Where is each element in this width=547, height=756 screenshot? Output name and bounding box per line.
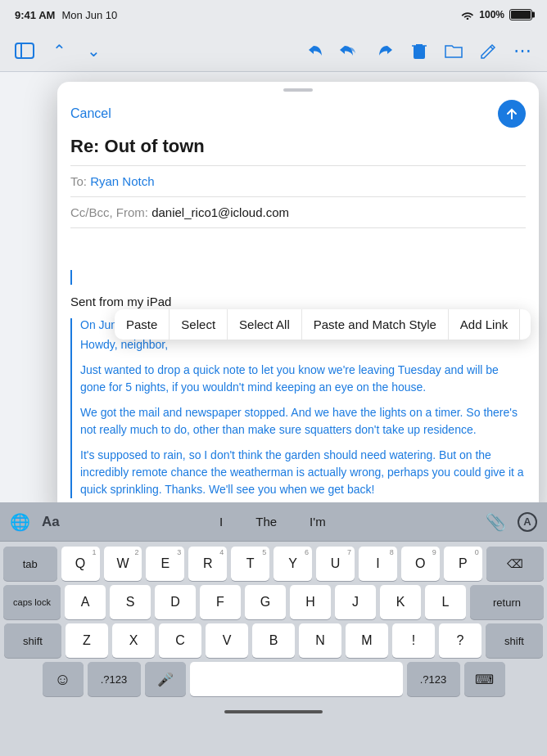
compose-icon[interactable] [475,38,501,64]
mic-key[interactable]: 🎤 [145,662,186,696]
key-r[interactable]: R4 [188,547,227,581]
key-c[interactable]: C [159,623,201,658]
autocorrect-icon[interactable]: A [518,512,537,532]
reply-icon[interactable] [303,38,329,64]
key-q[interactable]: Q1 [61,547,100,581]
cc-bcc-value[interactable]: daniel_rico1@icloud.com [151,205,289,219]
delete-key[interactable]: ⌫ [486,547,544,581]
status-time: 9:41 AM [15,9,55,21]
key-row-4: ☺ .?123 🎤 .?123 ⌨ [3,662,544,696]
modal-header: Cancel [57,97,539,134]
status-bar: 9:41 AM Mon Jun 10 100% [0,0,547,29]
paste-match-button[interactable]: Paste and Match Style [302,309,449,340]
key-row-3: shift Z X C V B N M ! ? shift [3,623,544,658]
more-icon[interactable]: ⋯ [509,38,536,64]
to-label: To: [70,174,90,188]
word-suggest-3[interactable]: I'm [310,515,326,529]
key-d[interactable]: D [155,585,196,619]
compose-body[interactable]: Sent from my iPad On Jun 5, 2024, at 11:… [57,228,539,520]
key-b[interactable]: B [252,623,295,658]
key-row-2: caps lock A S D F G H J K L return [3,585,544,619]
key-e[interactable]: E3 [146,547,184,581]
key-v[interactable]: V [206,623,248,658]
sidebar-toggle-icon[interactable] [11,38,38,64]
add-link-button[interactable]: Add Link [449,309,520,340]
key-n[interactable]: N [299,623,341,658]
keyboard-area: 🌐 Aa I The I'm 📎 A tab Q1 W2 E3 R4 T5 Y6… [0,502,547,756]
toolbar: ⌃ ⌄ ⋯ [0,29,547,72]
battery-label: 100% [479,9,504,20]
emoji-key[interactable]: ☺ [43,662,84,696]
quoted-p4: It's supposed to rain, so I don't think … [80,447,526,498]
body-cursor-line [70,269,526,285]
home-indicator [224,710,323,713]
autofill-button[interactable]: AutoFill [520,309,531,340]
key-j[interactable]: J [335,585,376,619]
key-g[interactable]: G [245,585,286,619]
key-u[interactable]: U7 [316,547,355,581]
key-o[interactable]: O9 [401,547,440,581]
key-m[interactable]: M [346,623,388,658]
status-icons: 100% [461,9,532,20]
quoted-block: On Jun 5, 2024, at 11:15 AM, Ryan Notch … [70,318,526,498]
trash-icon[interactable] [406,38,432,64]
keyboard-keys: tab Q1 W2 E3 R4 T5 Y6 U7 I8 O9 P0 ⌫ caps… [0,542,547,704]
quoted-p3: We got the mail and newspaper stopped. A… [80,404,526,439]
modal-handle [283,88,313,92]
space-key[interactable] [190,662,403,696]
word-suggest-2[interactable]: The [255,515,277,529]
key-l[interactable]: L [425,585,466,619]
num-key-right[interactable]: .?123 [407,662,460,696]
folder-icon[interactable] [441,38,467,64]
key-z[interactable]: Z [66,623,108,658]
to-value[interactable]: Ryan Notch [90,174,154,188]
key-w[interactable]: W2 [104,547,142,581]
select-button[interactable]: Select [170,309,228,340]
cc-bcc-label: Cc/Bcc, From: [70,205,151,219]
reply-all-icon[interactable] [337,38,364,64]
forward-icon[interactable] [372,38,398,64]
key-exclaim[interactable]: ! [392,623,435,658]
compose-modal: Cancel Re: Out of town To: Ryan Notch Cc… [57,82,539,520]
key-x[interactable]: X [112,623,155,658]
keyboard-toolbar: 🌐 Aa I The I'm 📎 A [0,502,547,542]
word-suggest-1[interactable]: I [219,515,223,529]
cancel-button[interactable]: Cancel [70,106,111,121]
font-size-icon[interactable]: Aa [42,514,60,530]
prev-icon[interactable]: ⌃ [46,38,72,64]
globe-icon[interactable]: 🌐 [10,512,30,532]
key-k[interactable]: K [380,585,421,619]
key-i[interactable]: I8 [359,547,397,581]
cc-bcc-field-row: Cc/Bcc, From: daniel_rico1@icloud.com [57,197,539,227]
status-date: Mon Jun 10 [61,9,117,21]
tab-key[interactable]: tab [3,547,57,581]
key-h[interactable]: H [290,585,331,619]
shift-right-key[interactable]: shift [486,623,543,658]
shift-left-key[interactable]: shift [4,623,61,658]
send-button[interactable] [498,100,526,128]
key-row-1: tab Q1 W2 E3 R4 T5 Y6 U7 I8 O9 P0 ⌫ [3,547,544,581]
paste-button[interactable]: Paste [115,309,170,340]
bottom-bar [0,704,547,720]
keyboard-dismiss-key[interactable]: ⌨ [464,662,505,696]
subject-field[interactable]: Re: Out of town [57,134,539,165]
battery-icon [509,9,532,20]
key-s[interactable]: S [110,585,151,619]
key-p[interactable]: P0 [444,547,482,581]
attachment-icon[interactable]: 📎 [486,512,506,532]
key-t[interactable]: T5 [231,547,269,581]
return-key[interactable]: return [470,585,544,619]
key-f[interactable]: F [200,585,241,619]
caps-key[interactable]: caps lock [3,585,61,619]
key-y[interactable]: Y6 [274,547,312,581]
wifi-icon [461,10,474,20]
key-question[interactable]: ? [439,623,481,658]
send-icon [505,107,518,120]
quoted-p2: Just wanted to drop a quick note to let … [80,362,526,396]
to-field-row: To: Ryan Notch [57,166,539,196]
key-a[interactable]: A [65,585,106,619]
num-key-left[interactable]: .?123 [88,662,141,696]
next-icon[interactable]: ⌄ [80,38,106,64]
svg-rect-0 [16,43,34,58]
select-all-button[interactable]: Select All [228,309,302,340]
